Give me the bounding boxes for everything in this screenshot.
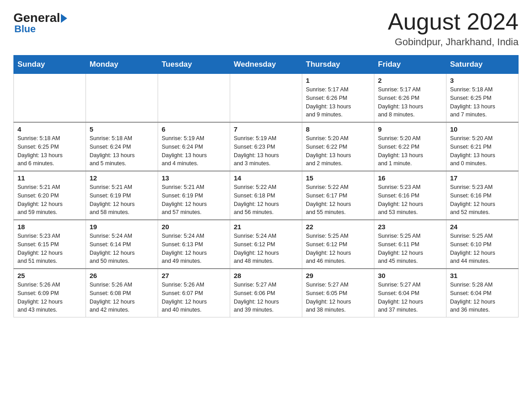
day-info: Sunrise: 5:21 AMSunset: 6:19 PMDaylight:… xyxy=(90,183,154,217)
day-number: 12 xyxy=(90,174,154,182)
day-info: Sunrise: 5:23 AMSunset: 6:16 PMDaylight:… xyxy=(450,183,515,217)
day-info: Sunrise: 5:18 AMSunset: 6:25 PMDaylight:… xyxy=(450,86,515,119)
day-info: Sunrise: 5:18 AMSunset: 6:25 PMDaylight:… xyxy=(17,134,82,168)
day-info: Sunrise: 5:25 AMSunset: 6:11 PMDaylight:… xyxy=(378,232,442,265)
day-number: 13 xyxy=(162,174,226,182)
day-info: Sunrise: 5:28 AMSunset: 6:04 PMDaylight:… xyxy=(450,281,515,314)
page-header: General Blue August 2024 Gobindpur, Jhar… xyxy=(13,9,519,48)
month-year-title: August 2024 xyxy=(388,9,519,34)
day-info: Sunrise: 5:27 AMSunset: 6:05 PMDaylight:… xyxy=(306,281,370,314)
day-number: 8 xyxy=(306,125,370,133)
day-number: 17 xyxy=(450,174,515,182)
day-info: Sunrise: 5:21 AMSunset: 6:20 PMDaylight:… xyxy=(17,183,82,217)
calendar-day-cell: 29Sunrise: 5:27 AMSunset: 6:05 PMDayligh… xyxy=(302,269,374,317)
calendar-day-cell: 12Sunrise: 5:21 AMSunset: 6:19 PMDayligh… xyxy=(86,171,158,220)
calendar-day-cell: 17Sunrise: 5:23 AMSunset: 6:16 PMDayligh… xyxy=(446,171,519,220)
calendar-day-cell: 20Sunrise: 5:24 AMSunset: 6:13 PMDayligh… xyxy=(158,220,230,269)
calendar-day-header: Saturday xyxy=(446,56,519,74)
day-number: 31 xyxy=(450,272,515,279)
calendar-day-cell: 5Sunrise: 5:18 AMSunset: 6:24 PMDaylight… xyxy=(86,122,158,171)
calendar-day-cell: 16Sunrise: 5:23 AMSunset: 6:16 PMDayligh… xyxy=(374,171,446,220)
calendar-day-cell xyxy=(14,74,86,123)
day-info: Sunrise: 5:19 AMSunset: 6:23 PMDaylight:… xyxy=(234,134,298,168)
day-number: 18 xyxy=(17,223,82,231)
day-info: Sunrise: 5:20 AMSunset: 6:22 PMDaylight:… xyxy=(306,134,370,168)
day-info: Sunrise: 5:23 AMSunset: 6:16 PMDaylight:… xyxy=(378,183,442,217)
calendar-day-cell: 24Sunrise: 5:25 AMSunset: 6:10 PMDayligh… xyxy=(446,220,519,269)
day-number: 26 xyxy=(90,272,154,279)
day-number: 10 xyxy=(450,125,515,133)
calendar-day-cell: 19Sunrise: 5:24 AMSunset: 6:14 PMDayligh… xyxy=(86,220,158,269)
day-info: Sunrise: 5:18 AMSunset: 6:24 PMDaylight:… xyxy=(90,134,154,168)
day-number: 4 xyxy=(17,125,82,133)
day-number: 30 xyxy=(378,272,442,279)
calendar-header-row: SundayMondayTuesdayWednesdayThursdayFrid… xyxy=(14,56,519,74)
day-number: 28 xyxy=(234,272,298,279)
day-number: 23 xyxy=(378,223,442,231)
day-number: 21 xyxy=(234,223,298,231)
day-number: 11 xyxy=(17,174,82,182)
calendar-week-row: 18Sunrise: 5:23 AMSunset: 6:15 PMDayligh… xyxy=(14,220,519,269)
calendar-day-cell: 22Sunrise: 5:25 AMSunset: 6:12 PMDayligh… xyxy=(302,220,374,269)
calendar-day-cell: 23Sunrise: 5:25 AMSunset: 6:11 PMDayligh… xyxy=(374,220,446,269)
calendar-day-cell: 27Sunrise: 5:26 AMSunset: 6:07 PMDayligh… xyxy=(158,269,230,317)
day-number: 2 xyxy=(378,77,442,84)
logo: General Blue xyxy=(13,9,67,35)
location-subtitle: Gobindpur, Jharkhand, India xyxy=(388,36,519,48)
day-number: 3 xyxy=(450,77,515,84)
calendar-day-cell: 13Sunrise: 5:21 AMSunset: 6:19 PMDayligh… xyxy=(158,171,230,220)
calendar-day-header: Tuesday xyxy=(158,56,230,74)
calendar-day-cell: 7Sunrise: 5:19 AMSunset: 6:23 PMDaylight… xyxy=(230,122,302,171)
calendar-day-cell: 21Sunrise: 5:24 AMSunset: 6:12 PMDayligh… xyxy=(230,220,302,269)
calendar-day-cell: 15Sunrise: 5:22 AMSunset: 6:17 PMDayligh… xyxy=(302,171,374,220)
day-number: 22 xyxy=(306,223,370,231)
calendar-day-cell xyxy=(86,74,158,123)
logo-arrow-icon xyxy=(61,14,67,23)
calendar-day-cell: 31Sunrise: 5:28 AMSunset: 6:04 PMDayligh… xyxy=(446,269,519,317)
calendar-day-cell: 4Sunrise: 5:18 AMSunset: 6:25 PMDaylight… xyxy=(14,122,86,171)
calendar-day-header: Friday xyxy=(374,56,446,74)
day-info: Sunrise: 5:21 AMSunset: 6:19 PMDaylight:… xyxy=(162,183,226,217)
calendar-day-cell xyxy=(158,74,230,123)
day-info: Sunrise: 5:26 AMSunset: 6:08 PMDaylight:… xyxy=(90,281,154,314)
calendar-week-row: 25Sunrise: 5:26 AMSunset: 6:09 PMDayligh… xyxy=(14,269,519,317)
calendar-day-cell: 28Sunrise: 5:27 AMSunset: 6:06 PMDayligh… xyxy=(230,269,302,317)
calendar-day-cell: 30Sunrise: 5:27 AMSunset: 6:04 PMDayligh… xyxy=(374,269,446,317)
day-number: 15 xyxy=(306,174,370,182)
day-info: Sunrise: 5:27 AMSunset: 6:04 PMDaylight:… xyxy=(378,281,442,314)
calendar-day-cell: 8Sunrise: 5:20 AMSunset: 6:22 PMDaylight… xyxy=(302,122,374,171)
calendar-day-cell: 26Sunrise: 5:26 AMSunset: 6:08 PMDayligh… xyxy=(86,269,158,317)
day-number: 29 xyxy=(306,272,370,279)
calendar-day-cell: 25Sunrise: 5:26 AMSunset: 6:09 PMDayligh… xyxy=(14,269,86,317)
calendar-day-cell: 9Sunrise: 5:20 AMSunset: 6:22 PMDaylight… xyxy=(374,122,446,171)
day-info: Sunrise: 5:26 AMSunset: 6:09 PMDaylight:… xyxy=(17,281,82,314)
day-number: 5 xyxy=(90,125,154,133)
calendar-week-row: 11Sunrise: 5:21 AMSunset: 6:20 PMDayligh… xyxy=(14,171,519,220)
day-info: Sunrise: 5:25 AMSunset: 6:12 PMDaylight:… xyxy=(306,232,370,265)
day-info: Sunrise: 5:25 AMSunset: 6:10 PMDaylight:… xyxy=(450,232,515,265)
day-info: Sunrise: 5:24 AMSunset: 6:13 PMDaylight:… xyxy=(162,232,226,265)
calendar-week-row: 4Sunrise: 5:18 AMSunset: 6:25 PMDaylight… xyxy=(14,122,519,171)
day-number: 9 xyxy=(378,125,442,133)
day-info: Sunrise: 5:24 AMSunset: 6:14 PMDaylight:… xyxy=(90,232,154,265)
calendar-day-cell: 2Sunrise: 5:17 AMSunset: 6:26 PMDaylight… xyxy=(374,74,446,123)
day-info: Sunrise: 5:20 AMSunset: 6:22 PMDaylight:… xyxy=(378,134,442,168)
calendar-table: SundayMondayTuesdayWednesdayThursdayFrid… xyxy=(13,55,519,317)
calendar-day-header: Wednesday xyxy=(230,56,302,74)
day-info: Sunrise: 5:26 AMSunset: 6:07 PMDaylight:… xyxy=(162,281,226,314)
title-block: August 2024 Gobindpur, Jharkhand, India xyxy=(388,9,519,48)
calendar-day-header: Monday xyxy=(86,56,158,74)
day-info: Sunrise: 5:22 AMSunset: 6:18 PMDaylight:… xyxy=(234,183,298,217)
day-info: Sunrise: 5:20 AMSunset: 6:21 PMDaylight:… xyxy=(450,134,515,168)
day-number: 6 xyxy=(162,125,226,133)
day-number: 16 xyxy=(378,174,442,182)
day-number: 24 xyxy=(450,223,515,231)
day-info: Sunrise: 5:17 AMSunset: 6:26 PMDaylight:… xyxy=(306,86,370,119)
calendar-day-cell: 1Sunrise: 5:17 AMSunset: 6:26 PMDaylight… xyxy=(302,74,374,123)
day-info: Sunrise: 5:23 AMSunset: 6:15 PMDaylight:… xyxy=(17,232,82,265)
calendar-day-header: Sunday xyxy=(14,56,86,74)
day-number: 27 xyxy=(162,272,226,279)
day-number: 20 xyxy=(162,223,226,231)
day-info: Sunrise: 5:27 AMSunset: 6:06 PMDaylight:… xyxy=(234,281,298,314)
calendar-week-row: 1Sunrise: 5:17 AMSunset: 6:26 PMDaylight… xyxy=(14,74,519,123)
